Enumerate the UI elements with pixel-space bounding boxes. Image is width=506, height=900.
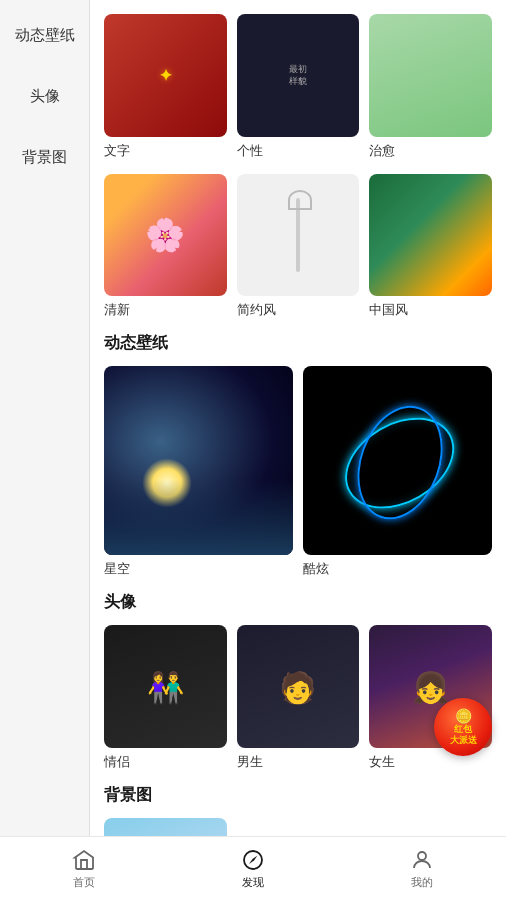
- nav-label-discover: 发现: [242, 875, 264, 890]
- img-zhongguofeng: [369, 174, 492, 297]
- card-qingxin[interactable]: 清新: [104, 174, 227, 320]
- label-kuhuan: 酷炫: [303, 560, 329, 578]
- img-nansheng: [237, 625, 360, 748]
- img-qingxin: [104, 174, 227, 297]
- label-zhiyu: 治愈: [369, 142, 395, 160]
- static-wallpaper-row1: ✦ 文字 最初样貌 个性: [104, 14, 492, 160]
- img-jianyuefeng: [237, 174, 360, 297]
- card-nansheng[interactable]: 男生: [237, 625, 360, 771]
- section-title-dynamic: 动态壁纸: [104, 333, 492, 354]
- label-nvsheng: 女生: [369, 753, 395, 771]
- label-jianyuefeng: 简约风: [237, 301, 276, 319]
- card-jianyuefeng[interactable]: 简约风: [237, 174, 360, 320]
- bottom-nav: 首页 发现 我的: [0, 836, 506, 900]
- img-wenzi: ✦: [104, 14, 227, 137]
- img-zhiyu: [369, 14, 492, 137]
- card-xingkong[interactable]: 星空: [104, 366, 293, 578]
- label-nansheng: 男生: [237, 753, 263, 771]
- card-gexing[interactable]: 最初样貌 个性: [237, 14, 360, 160]
- sidebar-item-dynamic-wallpaper[interactable]: 动态壁纸: [5, 20, 85, 51]
- dynamic-wallpaper-grid: 星空 酷炫: [104, 366, 492, 578]
- card-zhongguofeng[interactable]: 中国风: [369, 174, 492, 320]
- static-wallpaper-row2: 清新 简约风 中国风: [104, 174, 492, 320]
- red-envelope-badge[interactable]: 🪙 红包 大派送: [434, 698, 492, 756]
- nav-item-discover[interactable]: 发现: [169, 848, 338, 890]
- discover-icon: [241, 848, 265, 872]
- mine-icon: [410, 848, 434, 872]
- background-grid: 朋友圈: [104, 818, 492, 836]
- card-pengyouquan[interactable]: 朋友圈: [104, 818, 227, 836]
- avatar-grid: 情侣 男生 女生: [104, 625, 492, 771]
- label-wenzi: 文字: [104, 142, 130, 160]
- card-kuhuan[interactable]: 酷炫: [303, 366, 492, 578]
- card-wenzi[interactable]: ✦ 文字: [104, 14, 227, 160]
- home-icon: [72, 848, 96, 872]
- sidebar-item-avatar[interactable]: 头像: [20, 81, 70, 112]
- label-qingxin: 清新: [104, 301, 130, 319]
- badge-text: 红包 大派送: [450, 724, 477, 746]
- section-title-avatar: 头像: [104, 592, 492, 613]
- nav-label-home: 首页: [73, 875, 95, 890]
- img-qinglv: [104, 625, 227, 748]
- label-gexing: 个性: [237, 142, 263, 160]
- nav-item-home[interactable]: 首页: [0, 848, 169, 890]
- nav-item-mine[interactable]: 我的: [337, 848, 506, 890]
- label-xingkong: 星空: [104, 560, 130, 578]
- card-qinglv[interactable]: 情侣: [104, 625, 227, 771]
- img-kuhuan: [303, 366, 492, 555]
- section-title-background: 背景图: [104, 785, 492, 806]
- coin-icon: 🪙: [455, 708, 472, 724]
- label-zhongguofeng: 中国风: [369, 301, 408, 319]
- nav-label-mine: 我的: [411, 875, 433, 890]
- svg-point-1: [418, 852, 426, 860]
- img-xingkong: [104, 366, 293, 555]
- label-qinglv: 情侣: [104, 753, 130, 771]
- img-gexing: 最初样貌: [237, 14, 360, 137]
- img-pengyouquan: [104, 818, 227, 836]
- sidebar: 动态壁纸 头像 背景图: [0, 0, 90, 836]
- sidebar-item-background[interactable]: 背景图: [12, 142, 77, 173]
- card-zhiyu[interactable]: 治愈: [369, 14, 492, 160]
